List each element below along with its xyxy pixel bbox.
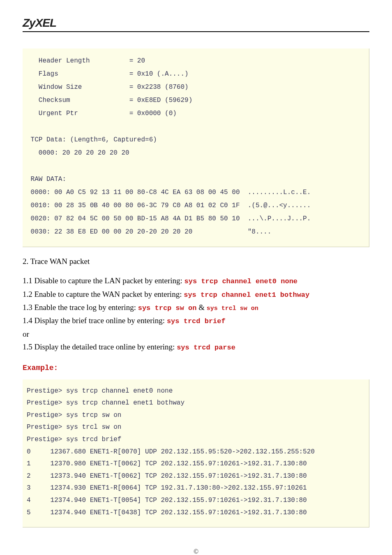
step-text: 1.1 Disable to capture the LAN packet by… [23, 276, 184, 285]
step-cmd-2: sys trcl sw on [207, 305, 258, 312]
page: ZyXEL Header Length = 20 Flags = 0x10 (.… [0, 0, 392, 555]
page-header: ZyXEL [23, 16, 369, 32]
step-1-3: 1.3 Enable the trace log by entering: sy… [23, 301, 369, 314]
step-1-5: 1.5 Display the detailed trace online by… [23, 341, 369, 353]
step-or: or [23, 328, 369, 340]
step-1-1: 1.1 Disable to capture the LAN packet by… [23, 275, 369, 287]
step-cmd: sys trcd parse [177, 344, 235, 352]
step-text: 1.2 Enable to capture the WAN packet by … [23, 290, 184, 298]
step-cmd: sys trcd brief [167, 317, 226, 325]
step-1-4: 1.4 Display the brief trace online by en… [23, 314, 369, 327]
step-1-2: 1.2 Enable to capture the WAN packet by … [23, 288, 369, 301]
page-footer: © [23, 548, 369, 555]
step-text: 1.5 Display the detailed trace online by… [23, 342, 177, 351]
step-text: 1.4 Display the brief trace online by en… [23, 316, 167, 325]
step-cmd: sys trcp channel enet0 none [184, 278, 297, 285]
code-block-example: Prestige> sys trcp channel enet0 none Pr… [23, 379, 369, 528]
brand-logo: ZyXEL [23, 16, 56, 29]
section-title: 2. Trace WAN packet [23, 255, 369, 267]
example-label: Example: [23, 364, 369, 372]
code-block-tcp-dump: Header Length = 20 Flags = 0x10 (.A....)… [23, 49, 369, 247]
step-text: 1.3 Enable the trace log by entering: [23, 303, 138, 312]
step-cmd: sys trcp sw on [138, 304, 197, 312]
section-trace-wan: 2. Trace WAN packet 1.1 Disable to captu… [23, 255, 369, 354]
step-amp: & [197, 303, 207, 312]
step-cmd: sys trcp channel enet1 bothway [184, 291, 309, 299]
